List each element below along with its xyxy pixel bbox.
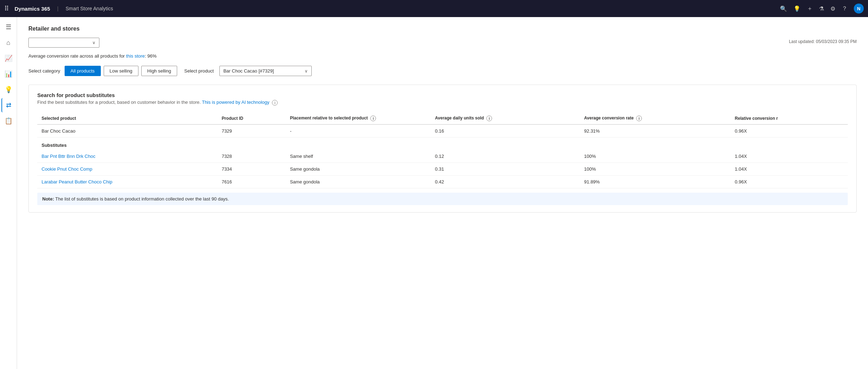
search-icon[interactable]: 🔍 (780, 5, 787, 12)
main-content: Retailer and stores ∨ Last updated: 05/0… (17, 17, 868, 369)
category-label: Select category (28, 68, 60, 74)
substitute-1-rel-conv: 1.04X (731, 150, 848, 163)
sidebar-item-menu[interactable]: ☰ (1, 20, 16, 34)
sidebar-item-home[interactable]: ⌂ (1, 36, 16, 50)
page-title: Retailer and stores (28, 26, 857, 32)
substitutes-header-row: Substitutes (37, 137, 848, 150)
substitute-3-name[interactable]: Larabar Peanut Butter Choco Chip (37, 175, 217, 188)
placement-info-icon[interactable]: i (370, 116, 376, 121)
top-navigation: ⠿ Dynamics 365 | Smart Store Analytics 🔍… (0, 0, 868, 17)
last-updated-text: Last updated: 05/03/2023 09:35 PM (789, 39, 857, 44)
note-label: Note: (42, 196, 54, 202)
substitute-2-avg-conv: 100% (580, 162, 731, 175)
substitutes-table: Selected product Product ID Placement re… (37, 113, 848, 188)
substitute-2-avg-units: 0.31 (431, 162, 580, 175)
brand-name: Dynamics 365 (15, 6, 50, 12)
section-subtitle: Find the best substitutes for a product,… (37, 100, 848, 106)
settings-icon[interactable]: ⚙ (830, 5, 835, 12)
table-row-substitute-2: Cookie Pnut Choc Comp 7334 Same gondola … (37, 162, 848, 175)
app-launcher-icon[interactable]: ⠿ (4, 5, 9, 12)
table-row-substitute-3: Larabar Peanut Butter Choco Chip 7616 Sa… (37, 175, 848, 188)
filter-row: Select category All products Low selling… (28, 66, 857, 76)
category-low-selling-button[interactable]: Low selling (104, 66, 138, 76)
substitute-3-placement: Same gondola (286, 175, 431, 188)
topnav-icons: 🔍 💡 ＋ ⚗ ⚙ ？ N (780, 4, 864, 14)
selected-product-rel-conv: 0.96X (731, 124, 848, 138)
col-avg-units: Average daily units sold i (431, 113, 580, 124)
substitute-1-id: 7328 (217, 150, 285, 163)
note-box: Note: The list of substitutes is based o… (37, 193, 848, 205)
table-row-substitute-1: Bar Pnt Bttr Bnn Drk Choc 7328 Same shel… (37, 150, 848, 163)
substitute-3-avg-units: 0.42 (431, 175, 580, 188)
sidebar: ☰ ⌂ 📈 📊 💡 ⇄ 📋 (0, 17, 17, 369)
selected-product-avg-units: 0.16 (431, 124, 580, 138)
sidebar-item-reports[interactable]: 📊 (1, 67, 16, 81)
add-icon[interactable]: ＋ (807, 5, 813, 12)
category-high-selling-button[interactable]: High selling (141, 66, 177, 76)
col-placement: Placement relative to selected product i (286, 113, 431, 124)
table-header-row: Selected product Product ID Placement re… (37, 113, 848, 124)
substitute-1-avg-conv: 100% (580, 150, 731, 163)
substitute-1-avg-units: 0.12 (431, 150, 580, 163)
substitute-2-placement: Same gondola (286, 162, 431, 175)
selected-product-name: Bar Choc Cacao (37, 124, 217, 138)
substitute-2-id: 7334 (217, 162, 285, 175)
selected-product-avg-conv: 92.31% (580, 124, 731, 138)
avg-conv-info-icon[interactable]: i (636, 116, 642, 121)
col-product-id: Product ID (217, 113, 285, 124)
sidebar-item-lists[interactable]: 📋 (1, 114, 16, 128)
user-avatar[interactable]: N (854, 4, 864, 14)
substitute-2-name[interactable]: Cookie Pnut Choc Comp (37, 162, 217, 175)
substitute-3-avg-conv: 91.89% (580, 175, 731, 188)
product-selector-value: Bar Choc Cacao [#7329] (223, 68, 274, 74)
col-rel-conv: Relative conversion r (731, 113, 848, 124)
help-icon[interactable]: ？ (842, 5, 847, 12)
selected-product-id: 7329 (217, 124, 285, 138)
lightbulb-icon[interactable]: 💡 (793, 5, 801, 12)
sidebar-item-insights[interactable]: 💡 (1, 82, 16, 97)
avg-units-info-icon[interactable]: i (486, 116, 492, 121)
ai-info-icon[interactable]: i (272, 100, 278, 106)
sidebar-item-substitutes[interactable]: ⇄ (1, 98, 16, 112)
store-selector-chevron-icon: ∨ (92, 40, 95, 45)
col-avg-conv: Average conversion rate i (580, 113, 731, 124)
conversion-rate-text: Average conversion rate across all produ… (28, 53, 857, 59)
col-selected-product: Selected product (37, 113, 217, 124)
product-selector-chevron-icon: ∨ (305, 69, 308, 74)
note-text: The list of substitutes is based on prod… (54, 196, 229, 202)
category-all-products-button[interactable]: All products (65, 66, 101, 76)
selected-product-placement: - (286, 124, 431, 138)
product-selector-dropdown[interactable]: Bar Choc Cacao [#7329] ∨ (219, 66, 312, 76)
substitute-3-rel-conv: 0.96X (731, 175, 848, 188)
ai-technology-link[interactable]: This is powered by AI technology (202, 100, 269, 105)
sidebar-item-analytics[interactable]: 📈 (1, 51, 16, 65)
substitute-1-name[interactable]: Bar Pnt Bttr Bnn Drk Choc (37, 150, 217, 163)
substitute-3-id: 7616 (217, 175, 285, 188)
substitute-2-rel-conv: 1.04X (731, 162, 848, 175)
substitutes-header-label: Substitutes (37, 137, 848, 150)
substitutes-section: Search for product substitutes Find the … (28, 85, 857, 213)
store-selector-dropdown[interactable]: ∨ (28, 38, 99, 48)
app-name: Smart Store Analytics (66, 6, 113, 11)
section-title: Search for product substitutes (37, 92, 848, 98)
product-selector-label: Select product (184, 68, 214, 74)
filter-icon[interactable]: ⚗ (819, 5, 824, 12)
nav-separator: | (57, 6, 59, 11)
substitute-1-placement: Same shelf (286, 150, 431, 163)
table-row-selected: Bar Choc Cacao 7329 - 0.16 92.31% 0.96X (37, 124, 848, 138)
